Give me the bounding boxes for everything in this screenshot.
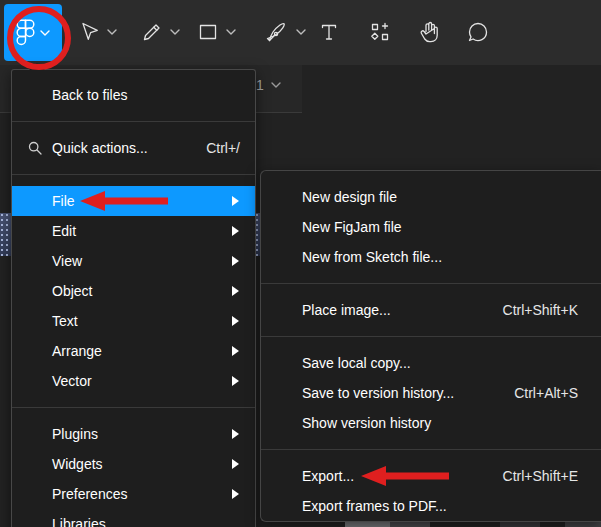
menu-item-text[interactable]: Text xyxy=(12,306,255,336)
menu-item-label: Save to version history... xyxy=(302,385,454,401)
comment-tool-button[interactable] xyxy=(466,10,490,54)
menu-item-vector[interactable]: Vector xyxy=(12,366,255,396)
submenu-item-save-to-version-history[interactable]: Save to version history... Ctrl+Alt+S xyxy=(261,378,601,408)
menu-separator xyxy=(261,449,601,450)
menu-item-label: Widgets xyxy=(52,456,103,472)
menu-item-label: File xyxy=(52,193,75,209)
text-tool-icon xyxy=(317,20,341,44)
menu-item-quick-actions[interactable]: Quick actions... Ctrl+/ xyxy=(12,133,255,163)
menu-item-preferences[interactable]: Preferences xyxy=(12,479,255,509)
menu-separator xyxy=(261,283,601,284)
menu-item-label: Back to files xyxy=(52,87,127,103)
menu-item-label: Export frames to PDF... xyxy=(302,498,447,514)
menu-item-label: Save local copy... xyxy=(302,355,411,371)
figma-logo-icon xyxy=(16,19,35,46)
figma-app-window: MacBook Pro 14" - 1 1 xyxy=(0,0,601,527)
pen-tool-button[interactable] xyxy=(266,10,306,54)
submenu-arrow-icon xyxy=(232,489,239,499)
rectangle-icon xyxy=(196,20,220,44)
menu-item-label: Place image... xyxy=(302,302,391,318)
toolbar xyxy=(0,0,601,65)
menu-item-label: Arrange xyxy=(52,343,102,359)
menu-item-libraries[interactable]: Libraries xyxy=(12,509,255,527)
submenu-item-save-local-copy[interactable]: Save local copy... xyxy=(261,348,601,378)
chevron-down-icon xyxy=(40,30,50,36)
menu-item-widgets[interactable]: Widgets xyxy=(12,449,255,479)
submenu-item-export[interactable]: Export... Ctrl+Shift+E xyxy=(261,461,601,491)
file-submenu: New design file New FigJam file New from… xyxy=(260,170,601,522)
menu-item-arrange[interactable]: Arrange xyxy=(12,336,255,366)
annotation-red-arrow-file xyxy=(80,190,168,212)
menu-item-label: New design file xyxy=(302,189,397,205)
submenu-arrow-icon xyxy=(232,316,239,326)
submenu-item-show-version-history[interactable]: Show version history xyxy=(261,408,601,438)
search-icon xyxy=(27,140,43,156)
main-menu-button[interactable] xyxy=(4,4,62,61)
submenu-item-place-image[interactable]: Place image... Ctrl+Shift+K xyxy=(261,295,601,325)
menu-item-label: New FigJam file xyxy=(302,219,402,235)
resources-icon xyxy=(368,20,392,44)
menu-item-label: Export... xyxy=(302,468,354,484)
comment-bubble-icon xyxy=(466,20,490,44)
menu-item-view[interactable]: View xyxy=(12,246,255,276)
submenu-arrow-icon xyxy=(232,459,239,469)
menu-item-label: Libraries xyxy=(52,516,106,527)
menu-item-label: Text xyxy=(52,313,78,329)
submenu-arrow-icon xyxy=(232,376,239,386)
menu-item-shortcut: Ctrl+Alt+S xyxy=(514,385,578,401)
chevron-down-icon xyxy=(107,29,117,35)
submenu-item-new-figjam-file[interactable]: New FigJam file xyxy=(261,212,601,242)
submenu-arrow-icon xyxy=(232,196,239,206)
menu-item-plugins[interactable]: Plugins xyxy=(12,419,255,449)
menu-item-shortcut: Ctrl+/ xyxy=(206,140,240,156)
canvas-block xyxy=(390,522,430,527)
menu-item-label: Preferences xyxy=(52,486,127,502)
menu-item-label: Edit xyxy=(52,223,76,239)
menu-item-edit[interactable]: Edit xyxy=(12,216,255,246)
move-cursor-icon xyxy=(77,20,101,44)
annotation-red-arrow-export xyxy=(361,465,449,487)
menu-item-label: Vector xyxy=(52,373,92,389)
submenu-item-export-frames-to-pdf[interactable]: Export frames to PDF... xyxy=(261,491,601,521)
menu-item-back-to-files[interactable]: Back to files xyxy=(12,80,255,110)
menu-item-label: Quick actions... xyxy=(52,140,148,156)
chevron-down-icon xyxy=(296,29,306,35)
hand-icon xyxy=(417,20,441,44)
pencil-tool-button[interactable] xyxy=(140,10,180,54)
submenu-arrow-icon xyxy=(232,226,239,236)
menu-item-object[interactable]: Object xyxy=(12,276,255,306)
submenu-arrow-icon xyxy=(232,429,239,439)
main-menu: Back to files Quick actions... Ctrl+/ Fi… xyxy=(11,69,256,527)
hand-tool-button[interactable] xyxy=(417,10,441,54)
menu-separator xyxy=(12,121,255,122)
move-tool-button[interactable] xyxy=(77,10,117,54)
menu-item-shortcut: Ctrl+Shift+E xyxy=(503,468,578,484)
menu-separator xyxy=(12,174,255,175)
menu-item-label: Plugins xyxy=(52,426,98,442)
menu-item-label: New from Sketch file... xyxy=(302,249,442,265)
submenu-item-new-design-file[interactable]: New design file xyxy=(261,182,601,212)
canvas-block xyxy=(500,522,540,527)
canvas-content-strip xyxy=(260,522,601,527)
page-indicator-label: 1 xyxy=(256,77,264,93)
menu-separator xyxy=(12,407,255,408)
chevron-down-icon xyxy=(271,82,281,88)
resources-tool-button[interactable] xyxy=(368,10,392,54)
menu-item-label: Object xyxy=(52,283,92,299)
text-tool-button[interactable] xyxy=(317,10,341,54)
menu-item-file[interactable]: File xyxy=(12,186,255,216)
submenu-arrow-icon xyxy=(232,286,239,296)
submenu-arrow-icon xyxy=(232,346,239,356)
canvas-block xyxy=(565,522,601,527)
menu-notch xyxy=(29,63,45,70)
menu-item-shortcut: Ctrl+Shift+K xyxy=(503,302,578,318)
shape-tool-button[interactable] xyxy=(196,10,236,54)
menu-separator xyxy=(261,336,601,337)
chevron-down-icon xyxy=(170,29,180,35)
page-indicator[interactable]: 1 xyxy=(256,77,281,93)
chevron-down-icon xyxy=(226,29,236,35)
submenu-arrow-icon xyxy=(232,256,239,266)
submenu-item-new-from-sketch-file[interactable]: New from Sketch file... xyxy=(261,242,601,272)
pencil-icon xyxy=(140,20,164,44)
canvas-block xyxy=(345,522,390,527)
